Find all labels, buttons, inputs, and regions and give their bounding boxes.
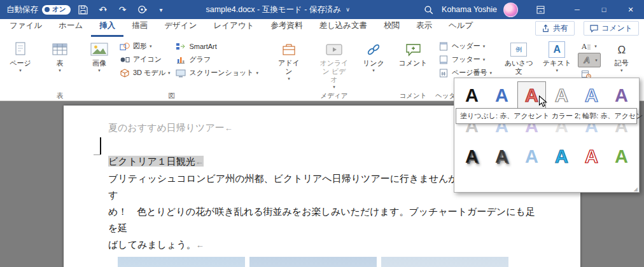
title-bar: 自動保存 オン ↶▾ ↷ ▾ ▾ sample4.docx - 互換モード - …	[0, 0, 644, 19]
dropdown-chevron: ▾	[483, 57, 486, 62]
paragraph-mark: ←	[195, 157, 204, 167]
table-icon	[52, 42, 68, 57]
wordart-style-r3-c4[interactable]: A	[547, 142, 576, 170]
wordart-style-r1-c4[interactable]: A	[547, 81, 576, 109]
screenshot-button[interactable]: スクリーンショット ▾	[172, 66, 261, 79]
wordart-style-r3-c6[interactable]: A	[607, 142, 636, 170]
tab-file[interactable]: ファイル	[1, 18, 50, 37]
dropdown-chevron: ▾	[556, 68, 558, 73]
touch-mouse-mode-button[interactable]: ▾	[136, 2, 150, 17]
chart-button[interactable]: グラフ	[172, 53, 261, 66]
dropdown-chevron: ▾	[256, 71, 258, 76]
wordart-grid: AAAAAAAAAAAAAAAAAA	[458, 81, 636, 170]
tab-draw[interactable]: 描画	[123, 18, 156, 37]
wordart-style-r3-c1[interactable]: A	[458, 142, 486, 170]
share-button[interactable]: 共有	[535, 21, 575, 36]
wordart-style-r3-c2[interactable]: A	[487, 142, 516, 170]
symbol-button[interactable]: Ω 記号 ▾	[605, 38, 639, 73]
group-label-table: 表	[43, 91, 77, 100]
undo-button[interactable]: ↶▾	[96, 2, 110, 17]
wordart-style-r1-c2[interactable]: A	[487, 81, 516, 109]
table-button[interactable]: 表 ▾	[43, 38, 77, 73]
ribbon-display-options-button[interactable]	[533, 2, 547, 17]
dropdown-chevron: ▾	[104, 7, 107, 13]
dropdown-chevron: ▾	[150, 44, 152, 49]
icons-icon	[120, 55, 130, 64]
document-photo-3[interactable]	[381, 257, 508, 267]
wordart-style-r1-c1[interactable]: A	[458, 81, 486, 109]
tab-help[interactable]: ヘルプ	[440, 18, 481, 37]
title-chevron-icon: ∨	[346, 6, 350, 13]
tab-design[interactable]: デザイン	[156, 18, 205, 37]
group-label-illustrations: 図	[82, 91, 261, 100]
dropdown-chevron: ▾	[595, 58, 598, 63]
link-button[interactable]: リンク ▾	[356, 38, 391, 73]
text-group-button[interactable]: A テキスト ▾	[540, 38, 574, 73]
smartart-button[interactable]: SmartArt	[172, 39, 261, 53]
wordart-style-r3-c3[interactable]: A	[517, 142, 546, 170]
autosave-state: オン	[52, 5, 66, 14]
quick-parts-icon: A	[581, 42, 591, 51]
document-body-line[interactable]: ばしてみましょう。←	[108, 236, 538, 254]
link-label: リンク	[363, 59, 384, 67]
tab-review[interactable]: 校閲	[375, 18, 408, 37]
chart-icon	[176, 55, 186, 64]
document-photo-2[interactable]	[249, 257, 377, 267]
wordart-icon: A	[584, 55, 590, 65]
text-group-label: テキスト	[543, 59, 571, 67]
wordart-style-r1-c6[interactable]: A	[607, 81, 636, 109]
header-button[interactable]: ヘッダー ▾	[435, 39, 494, 53]
ribbon-display-options-icon	[536, 6, 545, 14]
tab-insert[interactable]: 挿入	[91, 18, 123, 37]
resize-grip[interactable]: ◢	[634, 186, 638, 192]
wordart-style-r1-c5[interactable]: A	[577, 81, 606, 109]
footer-label: フッター	[452, 55, 480, 64]
ribbon-group-comments: コメント コメント	[394, 38, 432, 100]
footer-button[interactable]: フッター ▾	[435, 53, 494, 66]
ribbon-group-links: リンク ▾	[354, 38, 393, 100]
quick-parts-button[interactable]: A ▾	[578, 39, 601, 53]
user-avatar[interactable]	[503, 3, 518, 17]
window-title[interactable]: sample4.docx - 互換モード - 保存済み ∨	[206, 4, 350, 15]
save-button[interactable]	[76, 2, 90, 17]
addins-button[interactable]: アドイン ▾	[272, 38, 306, 81]
image-button[interactable]: 画像 ▾	[82, 38, 116, 73]
icons-button[interactable]: アイコン	[116, 53, 172, 66]
comments-button[interactable]: コメント	[584, 21, 639, 36]
comments-label: コメント	[601, 23, 633, 34]
tab-view[interactable]: 表示	[408, 18, 440, 37]
image-icon	[90, 42, 108, 57]
redo-icon: ↷	[119, 5, 127, 14]
maximize-button[interactable]: □	[591, 0, 617, 19]
greeting-button[interactable]: 例 あいさつ文 ▾	[501, 38, 536, 81]
dropdown-chevron: ▾	[372, 68, 375, 73]
document-body-line[interactable]: め！ 色とりどりの花が咲き乱れる街並みをお楽しみいただけます。ブッチャートガーデ…	[108, 203, 538, 236]
comment-button[interactable]: コメント	[396, 38, 430, 67]
user-name[interactable]: Kohama Yoshie	[442, 5, 497, 14]
autosave-toggle[interactable]: 自動保存 オン	[6, 4, 71, 15]
online-video-button[interactable]: オンライン ビデオ ▾	[317, 38, 351, 90]
quick-access-overflow-button[interactable]: ▾	[155, 2, 169, 17]
close-button[interactable]: ✕	[617, 0, 644, 19]
redo-button[interactable]: ↷	[116, 2, 130, 17]
tab-mailings[interactable]: 差し込み文書	[311, 18, 375, 37]
icons-label: アイコン	[133, 55, 162, 64]
wordart-style-r3-c5[interactable]: A	[577, 142, 606, 170]
shapes-button[interactable]: 図形 ▾	[116, 39, 172, 53]
tab-references[interactable]: 参考資料	[262, 18, 311, 37]
tab-home[interactable]: ホーム	[50, 18, 91, 37]
document-photo-1[interactable]	[118, 257, 245, 267]
3d-models-button[interactable]: 3D モデル ▾	[116, 66, 172, 79]
pages-button[interactable]: ページ ▾	[3, 38, 38, 73]
search-button[interactable]	[421, 2, 435, 17]
autosave-dot	[45, 7, 50, 12]
dropdown-chevron: ▾	[594, 44, 597, 49]
tab-layout[interactable]: レイアウト	[205, 18, 262, 37]
wordart-button[interactable]: A ▾	[578, 53, 601, 67]
share-icon	[542, 24, 550, 32]
dropdown-chevron: ▾	[144, 7, 147, 13]
3d-model-icon	[120, 69, 130, 78]
symbol-label: 記号	[615, 59, 629, 67]
addins-label: アドイン	[276, 59, 302, 76]
minimize-button[interactable]: ─	[564, 0, 591, 19]
